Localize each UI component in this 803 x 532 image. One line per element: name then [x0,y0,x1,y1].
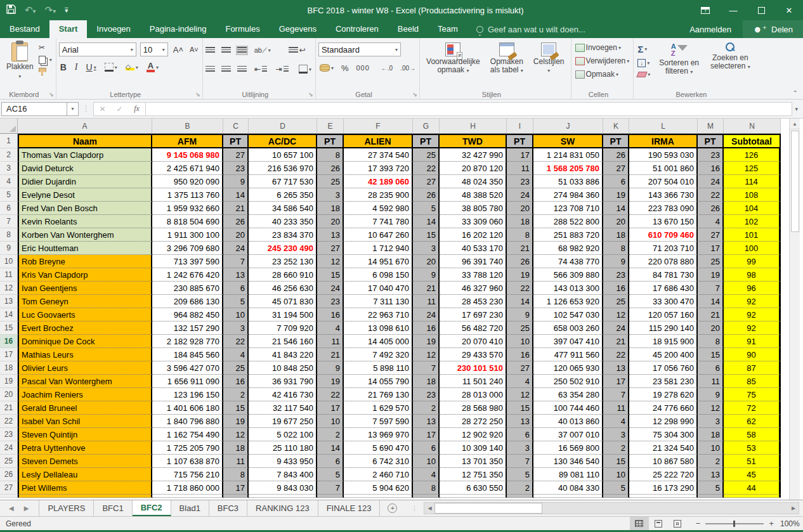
cell-r25-c10[interactable]: 130 346 540 [533,455,603,468]
cell-r13-c6[interactable]: 7 311 130 [344,295,413,308]
enter-icon[interactable]: ✓ [111,105,128,114]
cell-r18-c13[interactable]: 6 [698,361,724,375]
cell-r12-c12[interactable]: 17 686 430 [629,282,698,295]
cell-r14-c3[interactable]: 10 [223,308,249,321]
cell-r23-c10[interactable]: 37 007 010 [533,428,603,441]
cell-r3-c4[interactable]: 216 536 970 [249,162,317,175]
header-cell-pt[interactable]: PT [698,134,724,148]
cell-r19-c11[interactable]: 17 [603,375,629,388]
cell-r8-c10[interactable]: 251 883 720 [533,228,603,242]
cell-r11-c3[interactable]: 13 [223,268,249,282]
align-bottom-icon[interactable] [237,47,247,54]
cell-r12-c2[interactable]: 230 885 670 [152,282,223,295]
cell-r14-c10[interactable]: 102 547 030 [533,308,603,321]
cell-r15-c11[interactable]: 24 [603,321,629,335]
cell-r7-c6[interactable]: 7 741 780 [344,215,413,228]
cell-r24-c9[interactable]: 3 [507,441,533,455]
cell-r18-c5[interactable]: 9 [317,361,344,375]
cell-r4-c13[interactable]: 24 [698,175,724,188]
autosum-button[interactable]: Σ▾ [636,43,651,55]
cell-r14-c11[interactable]: 12 [603,308,629,321]
cell-r10-c8[interactable]: 96 391 740 [440,255,507,268]
cell-r24-c3[interactable]: 18 [223,441,249,455]
column-header-C[interactable]: C [223,119,249,133]
row-header-6[interactable]: 6 [0,202,18,215]
cell-r14-c14[interactable]: 92 [724,308,781,321]
insert-cells-button[interactable]: Invoegen▾ [574,42,631,53]
cell-r6-c2[interactable]: 1 959 932 660 [152,202,223,215]
cell-name-r27[interactable]: Piet Willems [18,481,152,495]
align-left-icon[interactable] [206,66,215,73]
cell-r27-c6[interactable]: 5 904 620 [344,481,413,495]
cell-r12-c4[interactable]: 46 256 630 [249,282,317,295]
cell-name-r26[interactable]: Lesly Dellaleau [18,468,152,481]
sort-filter-button[interactable]: AZ Sorteren enfilteren ▾ [655,40,703,89]
cell-r28-c11[interactable] [603,495,629,498]
cell-r9-c6[interactable]: 1 712 940 [344,242,413,255]
cell-r8-c8[interactable]: 16 202 120 [440,228,507,242]
thousands-button[interactable]: 000 [355,63,370,72]
header-cell-naam[interactable]: Naam [18,134,152,148]
cell-r12-c8[interactable]: 46 327 960 [440,282,507,295]
cell-r20-c6[interactable]: 21 769 130 [344,388,413,401]
cell-r24-c6[interactable]: 5 690 470 [344,441,413,455]
row-header-9[interactable]: 9 [0,242,18,255]
cell-r18-c14[interactable]: 87 [724,361,781,375]
cell-r4-c8[interactable]: 48 024 350 [440,175,507,188]
cell-r16-c7[interactable]: 19 [413,335,440,348]
cell-r3-c14[interactable]: 125 [724,162,781,175]
sheet-tab-bfc3[interactable]: BFC3 [209,500,247,516]
cell-r25-c12[interactable]: 10 867 580 [629,455,698,468]
tab-team[interactable]: Team [428,20,467,38]
cell-r9-c5[interactable]: 27 [317,242,344,255]
cell-r7-c2[interactable]: 8 818 504 690 [152,215,223,228]
row-header-12[interactable]: 12 [0,282,18,295]
sheet-tab-players[interactable]: PLAYERS [39,500,94,516]
row-header-11[interactable]: 11 [0,268,18,282]
cell-r15-c3[interactable]: 3 [223,321,249,335]
cell-r5-c2[interactable]: 1 375 113 760 [152,188,223,202]
cell-r9-c11[interactable]: 8 [603,242,629,255]
header-cell-irma[interactable]: IRMA [629,134,698,148]
cell-name-r23[interactable]: Steven Quintijn [18,428,152,441]
cell-r19-c3[interactable]: 16 [223,375,249,388]
alignment-dialog-launcher-icon[interactable]: ⇘ [308,91,313,98]
row-header-24[interactable]: 24 [0,441,18,455]
cell-r22-c7[interactable]: 13 [413,415,440,428]
cell-r2-c14[interactable]: 126 [724,148,781,162]
cell-r19-c14[interactable]: 85 [724,375,781,388]
cell-r22-c13[interactable]: 3 [698,415,724,428]
column-header-I[interactable]: I [507,119,533,133]
tab-start[interactable]: Start [49,20,88,38]
cell-name-r6[interactable]: Fred Van Den Bosch [18,202,152,215]
increase-font-icon[interactable]: A˄ [172,44,185,55]
cell-r22-c8[interactable]: 28 272 250 [440,415,507,428]
row-header-14[interactable]: 14 [0,308,18,321]
cell-r6-c4[interactable]: 34 586 540 [249,202,317,215]
cell-r8-c9[interactable]: 8 [507,228,533,242]
cell-r18-c10[interactable]: 120 065 930 [533,361,603,375]
column-header-D[interactable]: D [249,119,317,133]
header-cell-afm[interactable]: AFM [152,134,223,148]
cell-r22-c11[interactable]: 4 [603,415,629,428]
column-header-E[interactable]: E [317,119,344,133]
insert-function-icon[interactable]: fx [128,104,145,114]
cell-r17-c7[interactable]: 12 [413,348,440,361]
cell-r8-c4[interactable]: 23 834 370 [249,228,317,242]
cell-r8-c11[interactable]: 18 [603,228,629,242]
column-header-N[interactable]: N [724,119,781,133]
cell-r6-c10[interactable]: 123 708 710 [533,202,603,215]
header-cell-subtotaal[interactable]: Subtotaal [724,134,781,148]
cell-r16-c6[interactable]: 14 405 000 [344,335,413,348]
cell-r4-c3[interactable]: 9 [223,175,249,188]
cell-r10-c2[interactable]: 713 397 590 [152,255,223,268]
cell-r17-c8[interactable]: 29 433 570 [440,348,507,361]
cell-r5-c14[interactable]: 108 [724,188,781,202]
number-dialog-launcher-icon[interactable]: ⇘ [413,91,418,98]
sheet-nav-right-icon[interactable]: ▶ [24,505,29,512]
cell-r22-c6[interactable]: 7 597 590 [344,415,413,428]
row-header-17[interactable]: 17 [0,348,18,361]
cell-r24-c4[interactable]: 25 110 180 [249,441,317,455]
cell-r21-c14[interactable]: 72 [724,401,781,415]
cell-r28-c6[interactable] [344,495,413,498]
